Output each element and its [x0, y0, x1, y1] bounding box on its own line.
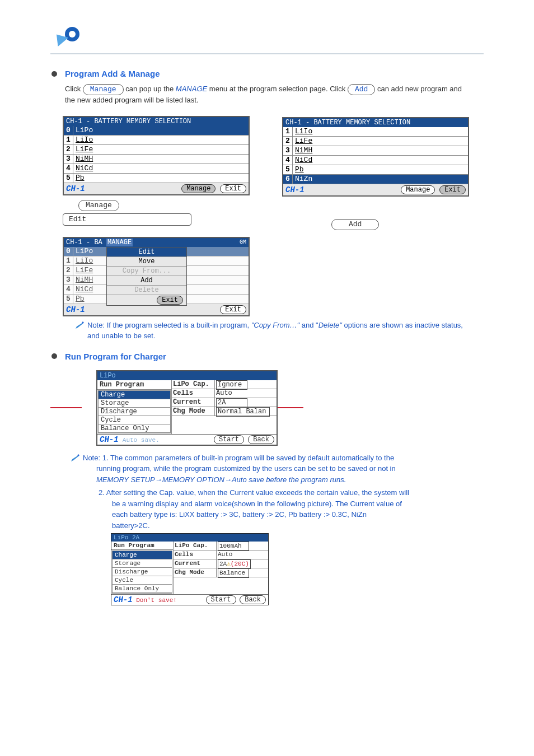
edit-pill: Edit — [63, 213, 191, 226]
window-title: LiPo 2A — [111, 534, 268, 542]
channel-label: CH-1 — [285, 185, 305, 194]
channel-label: CH-1 — [66, 305, 85, 314]
menu-add[interactable]: Add — [107, 276, 186, 286]
channel-label: CH-1 — [114, 595, 133, 604]
mode-cycle[interactable]: Cycle — [113, 576, 172, 585]
channel-label: CH-1 — [100, 435, 119, 444]
add-button-ref: Add — [348, 84, 375, 95]
window-title: LiPo — [97, 371, 277, 380]
mode-balance-only[interactable]: Balance Only — [113, 585, 172, 593]
mode-storage[interactable]: Storage — [113, 559, 172, 568]
battery-memory-selection-1: CH-1 - BATTERY MEMORY SELECTION 0LiPo 1L… — [63, 116, 250, 195]
current-field[interactable]: 2A⚠(20C) — [218, 559, 251, 569]
note-text: Note: 1. The common parameters of built-… — [83, 452, 467, 486]
manage-button[interactable]: Manage — [181, 184, 216, 193]
chg-mode-field[interactable]: Normal Balan — [216, 407, 270, 417]
list-item[interactable]: NiMH — [73, 155, 249, 164]
exit-button[interactable]: Exit — [220, 184, 246, 193]
exit-button[interactable]: Exit — [220, 305, 246, 314]
back-button[interactable]: Back — [240, 595, 266, 604]
run-program-warning-screenshot: LiPo 2A Run Program Charge Storage Disch… — [111, 533, 269, 605]
exit-button[interactable]: Exit — [439, 185, 466, 194]
menu-move[interactable]: Move — [107, 257, 186, 267]
manage-button[interactable]: Manage — [401, 185, 435, 194]
list-item[interactable]: NiCd — [73, 164, 249, 173]
back-button[interactable]: Back — [248, 435, 274, 444]
manage-pill: Manage — [78, 200, 119, 211]
cells-field[interactable]: Auto — [215, 389, 277, 398]
window-title: CH-1 - BATTERY MEMORY SELECTION — [66, 118, 191, 125]
battery-memory-selection-2: CH-1 - BATTERY MEMORY SELECTION 1LiIo 2L… — [282, 117, 469, 197]
list-item[interactable]: LiPo — [73, 126, 249, 135]
app-logo — [50, 22, 484, 50]
bullet-icon — [51, 353, 57, 359]
run-program-label: Run Program — [97, 380, 171, 390]
cap-field[interactable]: Ignore — [216, 380, 247, 390]
channel-label: CH-1 — [66, 184, 85, 193]
menu-delete: Delete — [107, 286, 186, 295]
note-icon — [71, 454, 79, 462]
add-pill: Add — [331, 219, 379, 230]
note-icon — [75, 321, 84, 329]
manage-menu: Edit Move Copy From... Add Delete Exit — [106, 247, 187, 306]
section-title: Run Program for Charger — [65, 352, 166, 361]
auto-save-label: Auto save. — [123, 437, 160, 444]
menu-copy-from: Copy From... — [107, 267, 186, 276]
mode-charge[interactable]: Charge — [99, 391, 170, 399]
mode-cycle[interactable]: Cycle — [99, 416, 170, 424]
section-intro: Click Manage can pop up the MANAGE menu … — [65, 84, 484, 106]
start-button[interactable]: Start — [206, 595, 236, 604]
chg-mode-field[interactable]: Balance — [218, 568, 249, 578]
note-paragraph-2: 2. After setting the Cap. value, when th… — [99, 487, 484, 531]
dont-save-label: Don't save! — [136, 597, 177, 604]
section-title: Program Add & Manage — [65, 69, 160, 78]
run-program-screenshot: LiPo Run Program Charge Storage Discharg… — [96, 370, 278, 446]
list-item[interactable]: LiIo — [293, 127, 468, 136]
current-field[interactable]: 2A — [216, 398, 247, 408]
cells-field[interactable]: Auto — [217, 550, 268, 559]
cap-field[interactable]: 100mAh — [218, 542, 249, 551]
note-text: Note: If the program selected is a built… — [87, 320, 467, 342]
mode-discharge[interactable]: Discharge — [113, 568, 172, 576]
menu-exit-button[interactable]: Exit — [157, 296, 183, 305]
manage-popup-screenshot: CH-1 - BA MANAGE GM 0LiPo 1LiIo 2LiFe 3N… — [63, 237, 250, 316]
warning-icon: ⚠ — [227, 561, 231, 567]
list-item[interactable]: NiZn — [293, 175, 468, 184]
list-item[interactable]: NiCd — [293, 156, 468, 165]
mode-discharge[interactable]: Discharge — [99, 408, 170, 416]
window-title: CH-1 - BATTERY MEMORY SELECTION — [285, 119, 410, 127]
mode-charge[interactable]: Charge — [113, 551, 172, 559]
mode-storage[interactable]: Storage — [99, 399, 170, 408]
list-item[interactable]: LiIo — [73, 136, 249, 144]
list-item[interactable]: Pb — [293, 165, 468, 174]
list-item[interactable]: Pb — [73, 174, 249, 183]
callout-line-left — [50, 407, 82, 408]
mode-balance-only[interactable]: Balance Only — [99, 424, 170, 433]
list-item[interactable]: LiFe — [73, 145, 249, 154]
manage-button-ref: Manage — [83, 84, 124, 95]
run-program-label: Run Program — [111, 542, 173, 550]
list-item[interactable]: NiMH — [293, 146, 468, 155]
start-button[interactable]: Start — [214, 435, 244, 444]
menu-edit[interactable]: Edit — [107, 248, 186, 257]
list-item[interactable]: LiFe — [293, 137, 468, 146]
bullet-icon — [51, 71, 57, 77]
header-divider — [50, 53, 484, 54]
callout-line-right — [278, 407, 303, 408]
